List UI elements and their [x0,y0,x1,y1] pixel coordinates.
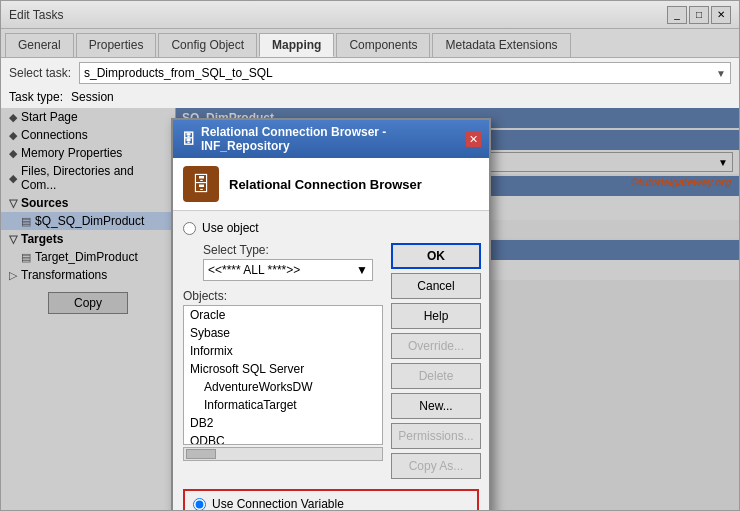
db-large-icon: 🗄 [183,166,219,202]
use-connection-variable-row: Use Connection Variable [193,497,469,510]
help-button[interactable]: Help [391,303,481,329]
new-button[interactable]: New... [391,393,481,419]
scroll-thumb [186,449,216,459]
list-item-ms-sql[interactable]: Microsoft SQL Server [184,360,382,378]
tab-general[interactable]: General [5,33,74,57]
modal-body: Use object Select Type: <<**** ALL ****>… [173,211,489,510]
list-item-db2[interactable]: DB2 [184,414,382,432]
select-type-label: Select Type: [203,243,383,257]
select-task-row: Select task: s_Dimproducts_from_SQL_to_S… [1,58,739,88]
task-type-row: Task type: Session [1,88,739,108]
ok-button[interactable]: OK [391,243,481,269]
objects-label: Objects: [183,289,383,303]
list-item-informix[interactable]: Informix [184,342,382,360]
window-controls: _ □ ✕ [667,6,731,24]
maximize-button[interactable]: □ [689,6,709,24]
modal-overlay: 🗄 Relational Connection Browser - INF_Re… [1,108,739,510]
select-type-combo[interactable]: <<**** ALL ****>> ▼ [203,259,373,281]
modal-right-buttons: OK Cancel Help Override... Delete New...… [391,243,481,479]
main-content: ◆ Start Page ◆ Connections ◆ Memory Prop… [1,108,739,510]
tab-config-object[interactable]: Config Object [158,33,257,57]
modal-title-icon: 🗄 [181,131,195,147]
minimize-button[interactable]: _ [667,6,687,24]
task-type-label: Task type: [9,90,63,104]
type-combo-arrow: ▼ [356,263,368,277]
list-item-oracle[interactable]: Oracle [184,306,382,324]
list-item-sybase[interactable]: Sybase [184,324,382,342]
delete-button[interactable]: Delete [391,363,481,389]
modal-title: Relational Connection Browser - INF_Repo… [201,125,466,153]
cancel-button[interactable]: Cancel [391,273,481,299]
tab-components[interactable]: Components [336,33,430,57]
use-object-radio[interactable] [183,222,196,235]
main-window: Edit Tasks _ □ ✕ General Properties Conf… [0,0,740,511]
modal-left-col: Select Type: <<**** ALL ****>> ▼ Objects… [183,243,383,479]
close-button[interactable]: ✕ [711,6,731,24]
modal-title-bar: 🗄 Relational Connection Browser - INF_Re… [173,120,489,158]
db-icon-glyph: 🗄 [191,173,211,196]
list-item-adventureworks[interactable]: AdventureWorksDW [184,378,382,396]
list-item-informatica-target[interactable]: InformaticaTarget [184,396,382,414]
select-task-arrow: ▼ [716,68,726,79]
use-object-row: Use object [183,221,479,235]
use-connection-variable-radio[interactable] [193,498,206,511]
title-bar: Edit Tasks _ □ ✕ [1,1,739,29]
tab-properties[interactable]: Properties [76,33,157,57]
modal-close-button[interactable]: ✕ [466,131,481,147]
select-type-value: <<**** ALL ****>> [208,263,300,277]
permissions-button[interactable]: Permissions... [391,423,481,449]
tab-metadata-extensions[interactable]: Metadata Extensions [432,33,570,57]
modal-header: 🗄 Relational Connection Browser [173,158,489,211]
watermark: ©tutorialgateway.org [631,176,731,188]
modal-header-label: Relational Connection Browser [229,177,422,192]
objects-list-wrapper: Oracle Sybase Informix Microsoft SQL Ser… [183,305,383,461]
window-title: Edit Tasks [9,8,63,22]
objects-list[interactable]: Oracle Sybase Informix Microsoft SQL Ser… [183,305,383,445]
tab-bar: General Properties Config Object Mapping… [1,29,739,58]
select-task-value: s_Dimproducts_from_SQL_to_SQL [84,66,273,80]
relational-connection-modal: 🗄 Relational Connection Browser - INF_Re… [171,118,491,510]
list-item-odbc[interactable]: ODBC [184,432,382,445]
select-task-combo[interactable]: s_Dimproducts_from_SQL_to_SQL ▼ [79,62,731,84]
copy-as-button[interactable]: Copy As... [391,453,481,479]
use-connection-variable-label: Use Connection Variable [212,497,344,510]
modal-two-col: Select Type: <<**** ALL ****>> ▼ Objects… [183,243,479,479]
tab-mapping[interactable]: Mapping [259,33,334,57]
select-task-label: Select task: [9,66,71,80]
use-connection-variable-section: Use Connection Variable [183,489,479,510]
use-object-label: Use object [202,221,259,235]
override-button[interactable]: Override... [391,333,481,359]
horizontal-scrollbar[interactable] [183,447,383,461]
task-type-value: Session [71,90,114,104]
